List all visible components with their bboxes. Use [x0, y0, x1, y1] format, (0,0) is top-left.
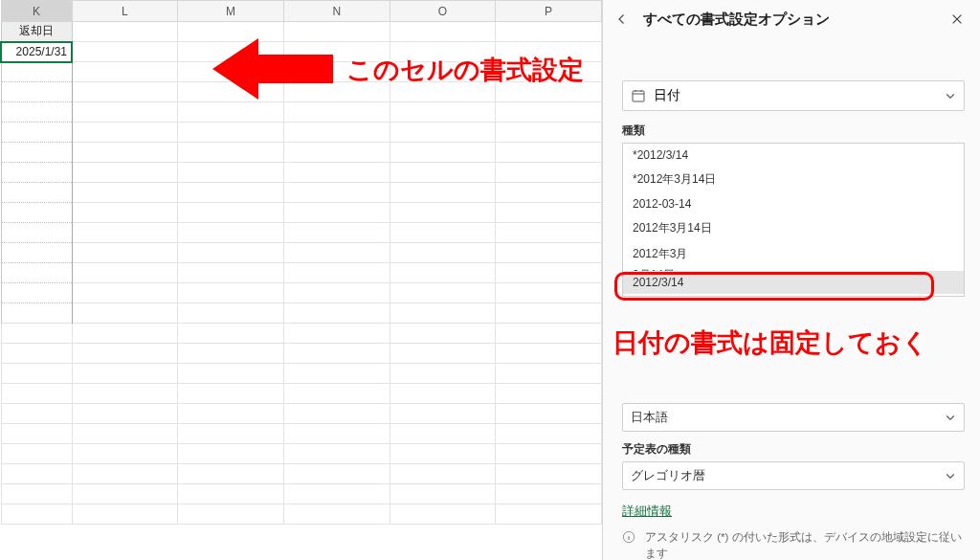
svg-rect-0: [633, 91, 644, 101]
type-option-selected[interactable]: 2012/3/14: [623, 271, 964, 294]
details-link[interactable]: 詳細情報: [622, 504, 672, 520]
category-label: 日付: [654, 87, 937, 104]
type-option[interactable]: 2012-03-14: [623, 192, 964, 215]
asterisk-note: アスタリスク (*) の付いた形式は、デバイスの地域設定に従います: [622, 529, 965, 560]
type-option[interactable]: *2012年3月14日: [623, 167, 964, 192]
asterisk-note-text: アスタリスク (*) の付いた形式は、デバイスの地域設定に従います: [645, 529, 965, 560]
calendar-icon: [631, 88, 646, 103]
col-header-M[interactable]: M: [178, 1, 284, 22]
format-options-panel: すべての書式設定オプション 日付 種類 *2012/3/14 *2012年3月1…: [602, 0, 980, 560]
locale-dropdown[interactable]: 日本語: [622, 403, 965, 432]
category-dropdown[interactable]: 日付: [622, 80, 965, 111]
annotation-text-bottom: 日付の書式は固定しておく: [612, 325, 928, 360]
calendar-value: グレゴリオ暦: [631, 467, 945, 484]
col-header-P[interactable]: P: [496, 1, 602, 22]
active-cell[interactable]: 2025/1/31: [1, 42, 72, 62]
type-listbox[interactable]: *2012/3/14 *2012年3月14日 2012-03-14 2012年3…: [622, 143, 965, 297]
back-button[interactable]: [611, 8, 634, 31]
annotation-arrow: [212, 38, 333, 100]
type-option[interactable]: 2012年3月: [623, 241, 964, 267]
type-option[interactable]: 2012年3月14日: [623, 215, 964, 241]
col-header-O[interactable]: O: [390, 1, 496, 22]
annotation-text-top: このセルの書式設定: [346, 53, 584, 87]
info-icon: [622, 530, 637, 560]
panel-title: すべての書式設定オプション: [643, 11, 936, 29]
calendar-section-label: 予定表の種類: [622, 441, 965, 458]
cell-header[interactable]: 返却日: [1, 22, 72, 42]
column-header-row: K L M N O P: [1, 1, 602, 22]
locale-value: 日本語: [631, 409, 945, 426]
calendar-dropdown[interactable]: グレゴリオ暦: [622, 461, 965, 490]
arrow-left-icon: [616, 13, 628, 25]
chevron-down-icon: [945, 470, 956, 482]
close-button[interactable]: [946, 8, 969, 31]
spreadsheet-area: K L M N O P 返却日 2025/1/31: [0, 0, 602, 560]
col-header-N[interactable]: N: [283, 1, 390, 22]
type-section-label: 種類: [622, 123, 965, 139]
type-option[interactable]: *2012/3/14: [623, 144, 964, 167]
close-icon: [950, 12, 964, 26]
type-option[interactable]: 2012/3/14 1:30 PM: [623, 294, 964, 297]
chevron-down-icon: [945, 90, 956, 101]
col-header-K[interactable]: K: [1, 1, 72, 22]
chevron-down-icon: [945, 412, 956, 423]
col-header-L[interactable]: L: [72, 1, 178, 22]
